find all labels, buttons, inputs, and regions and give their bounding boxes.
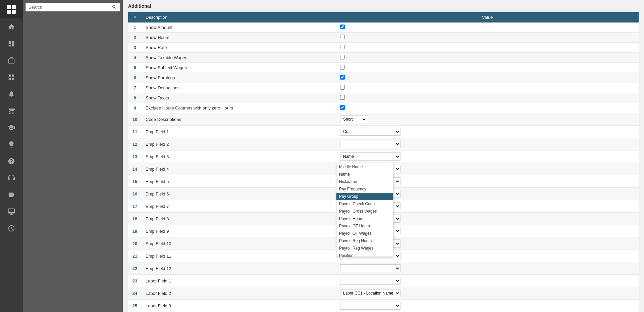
headset-icon[interactable]: [0, 170, 23, 186]
dropdown-list-item[interactable]: Name: [336, 171, 393, 178]
question-icon[interactable]: [0, 153, 23, 170]
monitor-icon[interactable]: [0, 203, 23, 220]
row-checkbox[interactable]: [340, 95, 345, 100]
row-checkbox[interactable]: [340, 45, 345, 49]
row-value[interactable]: CoNameMiddle NameNicknamePay FrequencyPa…: [336, 300, 639, 312]
row-value[interactable]: CoNameMiddle NameNicknamePay FrequencyPa…: [336, 126, 639, 138]
row-value[interactable]: CoNameMiddle NameNicknamePay FrequencyPa…: [336, 138, 639, 150]
row-checkbox[interactable]: [340, 55, 345, 59]
row-desc: Emp Field 4: [142, 163, 336, 175]
row-desc: Emp Field 5: [142, 175, 336, 188]
row-desc: Labor Field 1: [142, 275, 336, 287]
clock-icon[interactable]: [0, 220, 23, 237]
search-input[interactable]: [29, 5, 112, 10]
emp-field-select[interactable]: CoNameMiddle NameNicknamePay FrequencyPa…: [340, 277, 400, 285]
short-select[interactable]: ShortLongCode: [340, 115, 367, 123]
row-value[interactable]: [336, 33, 639, 43]
svg-rect-2: [7, 10, 11, 14]
table-wrapper: # Description Value 1Show Amount2Show Ho…: [128, 12, 639, 312]
row-desc: Labor Field 3: [142, 300, 336, 312]
row-value[interactable]: [336, 23, 639, 33]
row-num: 3: [128, 43, 142, 53]
dropdown-list-item[interactable]: Payroll Hours: [336, 215, 393, 222]
row-checkbox[interactable]: [340, 75, 345, 80]
svg-rect-0: [7, 5, 11, 9]
dropdown-list-item[interactable]: Middle Name: [336, 163, 393, 171]
table-row: 2Show Hours: [128, 33, 639, 43]
dropdown-list-item[interactable]: Nickname: [336, 178, 393, 185]
graduation-icon[interactable]: [0, 119, 23, 136]
tag-icon[interactable]: [0, 186, 23, 203]
row-value[interactable]: [336, 43, 639, 53]
dropdown-list-item[interactable]: Payroll OT Hours: [336, 222, 393, 230]
row-desc: Emp Field 10: [142, 237, 336, 250]
shopping-icon[interactable]: [0, 102, 23, 119]
row-desc: Show Deductions: [142, 83, 336, 93]
row-value[interactable]: [336, 103, 639, 113]
row-num: 13: [128, 150, 142, 163]
page-title: Additional: [123, 0, 644, 12]
dropdown-list-item[interactable]: Pay Group: [336, 193, 393, 200]
row-num: 19: [128, 225, 142, 237]
dropdown-list-item[interactable]: Payroll Check Count: [336, 200, 393, 208]
row-checkbox[interactable]: [340, 25, 345, 29]
row-desc: Show Earnings: [142, 73, 336, 83]
row-num: 18: [128, 213, 142, 225]
row-value[interactable]: CoNameMiddle NameNicknamePay FrequencyPa…: [336, 287, 639, 300]
dropdown-list[interactable]: Middle NameNameNicknamePay FrequencyPay …: [336, 163, 393, 257]
briefcase-icon[interactable]: [0, 52, 23, 69]
row-value[interactable]: CoNameMiddle NameNicknamePay FrequencyPa…: [336, 262, 639, 275]
data-table: # Description Value 1Show Amount2Show Ho…: [128, 12, 639, 312]
row-value[interactable]: [336, 53, 639, 63]
dropdown-list-item[interactable]: Payroll Reg Wages: [336, 244, 393, 252]
row-num: 16: [128, 188, 142, 200]
main-content: Additional # Description Value 1Show Amo…: [123, 0, 644, 312]
row-checkbox[interactable]: [340, 85, 345, 90]
emp-field-select[interactable]: CoNameMiddle NameNicknamePay FrequencyPa…: [340, 264, 400, 272]
row-num: 23: [128, 275, 142, 287]
table-row: 4Show Taxable Wages: [128, 53, 639, 63]
row-num: 12: [128, 138, 142, 150]
row-checkbox[interactable]: [340, 35, 345, 39]
logo-area: [0, 0, 23, 18]
row-value[interactable]: CoNameMiddle NameNicknamePay FrequencyPa…: [336, 275, 639, 287]
row-num: 1: [128, 23, 142, 33]
dropdown-list-item[interactable]: Pay Frequency: [336, 185, 393, 193]
table-row: 9Exclude Hours Columns with only zero Ho…: [128, 103, 639, 113]
emp-field-select[interactable]: CoNameMiddle NameNicknamePay FrequencyPa…: [340, 289, 400, 297]
table-row: 25Labor Field 3CoNameMiddle NameNickname…: [128, 300, 639, 312]
row-value[interactable]: CoNameMiddle NameNicknamePay FrequencyPa…: [336, 163, 639, 175]
lightbulb-icon[interactable]: [0, 136, 23, 153]
emp-field-select[interactable]: CoNameMiddle NameNicknamePay FrequencyPa…: [340, 140, 400, 148]
icon-bar: [0, 0, 23, 312]
row-checkbox[interactable]: [340, 65, 345, 70]
table-row: 23Labor Field 1CoNameMiddle NameNickname…: [128, 275, 639, 287]
dropdown-list-item[interactable]: Position: [336, 252, 393, 257]
row-desc: Exclude Hours Columns with only zero Hou…: [142, 103, 336, 113]
row-value[interactable]: [336, 93, 639, 103]
row-checkbox[interactable]: [340, 105, 345, 110]
grid-icon[interactable]: [0, 69, 23, 86]
row-value[interactable]: CoNameMiddle NameNicknamePay FrequencyPa…: [336, 150, 639, 163]
row-desc: Emp Field 9: [142, 225, 336, 237]
dropdown-list-item[interactable]: Payroll OT Wages: [336, 230, 393, 237]
row-desc: Show Hours: [142, 33, 336, 43]
row-desc: Code Descriptions: [142, 113, 336, 126]
search-box[interactable]: [25, 3, 120, 11]
col-header-value: Value: [336, 12, 639, 23]
emp-field-select[interactable]: CoNameMiddle NameNicknamePay FrequencyPa…: [340, 152, 400, 161]
table-row: 12Emp Field 2CoNameMiddle NameNicknamePa…: [128, 138, 639, 150]
dropdown-list-item[interactable]: Payroll Reg Hours: [336, 237, 393, 244]
dropdown-list-item[interactable]: Payroll Gross Wages: [336, 208, 393, 215]
bell-icon[interactable]: [0, 86, 23, 102]
row-value[interactable]: [336, 83, 639, 93]
row-value[interactable]: ShortLongCode: [336, 113, 639, 126]
row-value[interactable]: [336, 73, 639, 83]
row-desc: Labor Field 2: [142, 287, 336, 300]
home-icon[interactable]: [0, 18, 23, 35]
emp-field-select[interactable]: CoNameMiddle NameNicknamePay FrequencyPa…: [340, 128, 400, 136]
row-value[interactable]: [336, 63, 639, 73]
emp-field-select[interactable]: CoNameMiddle NameNicknamePay FrequencyPa…: [340, 302, 400, 310]
row-num: 5: [128, 63, 142, 73]
dashboard-icon[interactable]: [0, 35, 23, 52]
